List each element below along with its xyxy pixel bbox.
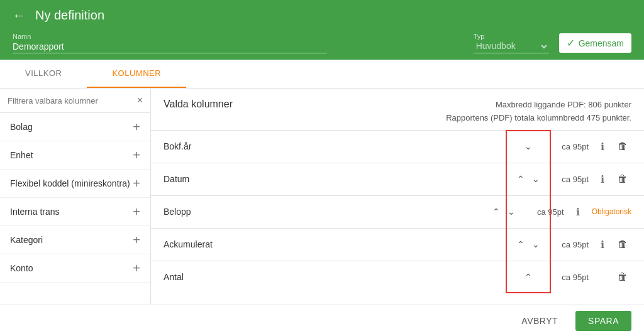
col-size-ackumulerat: ca 95pt <box>548 240 589 249</box>
sidebar-item-flexibel[interactable]: Flexibel koddel (minireskontra) + <box>0 170 150 198</box>
col-row-ackumulerat: Ackumulerat ⌃ ⌄ ca 95pt ℹ 🗑 <box>151 228 644 261</box>
sidebar-item-kategori[interactable]: Kategori + <box>0 226 150 254</box>
add-bolag-button[interactable]: + <box>133 121 140 133</box>
add-kategori-button[interactable]: + <box>133 234 140 246</box>
pdf-max-text: Maxbredd liggande PDF: 806 punkter <box>446 99 631 112</box>
sidebar-item-interna[interactable]: Interna trans + <box>0 198 150 226</box>
col-name-ackumulerat: Ackumulerat <box>164 239 508 249</box>
arrow-cell-datum: ⌃ ⌄ <box>508 173 548 185</box>
sidebar-item-enhet[interactable]: Enhet + <box>0 141 150 170</box>
arrow-cell-belopp: ⌃ ⌄ <box>484 206 524 217</box>
footer: AVBRYT SPARA <box>0 305 644 336</box>
down-arrow-bokfar[interactable]: ⌄ <box>522 141 535 152</box>
obligatorisk-label: Obligatorisk <box>592 207 631 216</box>
info-button-bokfar[interactable]: ℹ <box>594 141 611 153</box>
checkmark-icon: ✓ <box>567 37 575 49</box>
up-arrow-datum[interactable]: ⌃ <box>514 173 527 185</box>
col-row-bokfar: Bokf.år ⌄ ca 95pt ℹ 🗑 <box>151 130 644 163</box>
namn-label: Namn <box>13 33 327 40</box>
sidebar-item-bolag[interactable]: Bolag + <box>0 113 150 141</box>
content-area: × Bolag + Enhet + Flexibel koddel (minir… <box>0 89 644 304</box>
down-arrow-belopp[interactable]: ⌄ <box>505 206 518 217</box>
down-arrow-datum[interactable]: ⌄ <box>530 173 542 185</box>
info-button-datum[interactable]: ℹ <box>594 173 611 185</box>
tabs-bar: VILLKOR KOLUMNER <box>0 60 644 89</box>
page-title: Ny definition <box>35 8 104 23</box>
gemensam-button[interactable]: ✓ Gemensam <box>559 33 631 53</box>
namn-input[interactable] <box>13 41 327 53</box>
namn-field-group: Namn <box>13 33 327 53</box>
delete-button-datum[interactable]: 🗑 <box>614 173 631 185</box>
typ-label: Typ <box>474 33 549 40</box>
right-fields: Typ Huvudbok ✓ Gemensam <box>474 33 631 53</box>
valda-kolumner-title: Valda kolumner <box>164 99 233 110</box>
add-interna-button[interactable]: + <box>133 205 140 218</box>
main-header: Valda kolumner Maxbredd liggande PDF: 80… <box>151 89 644 130</box>
col-name-bokfar: Bokf.år <box>164 141 508 151</box>
typ-select[interactable]: Huvudbok <box>474 40 549 53</box>
add-enhet-button[interactable]: + <box>133 149 140 161</box>
tab-villkor[interactable]: VILLKOR <box>0 60 87 88</box>
sidebar-item-label: Konto <box>10 263 33 273</box>
pdf-info: Maxbredd liggande PDF: 806 punkter Rappo… <box>446 99 631 125</box>
up-arrow-belopp[interactable]: ⌃ <box>490 206 502 217</box>
delete-button-bokfar[interactable]: 🗑 <box>614 141 631 152</box>
sidebar: × Bolag + Enhet + Flexibel koddel (minir… <box>0 89 151 304</box>
filter-clear-button[interactable]: × <box>137 95 143 106</box>
gemensam-label: Gemensam <box>579 38 624 48</box>
back-button[interactable]: ← <box>13 8 25 23</box>
down-arrow-ackumulerat[interactable]: ⌄ <box>530 239 542 250</box>
col-name-datum: Datum <box>164 174 508 184</box>
filter-wrap: × <box>0 89 150 113</box>
up-arrow-antal[interactable]: ⌃ <box>522 271 535 283</box>
info-button-belopp[interactable]: ℹ <box>569 206 587 218</box>
col-size-belopp: ca 95pt <box>524 207 564 217</box>
app-header: ← Ny definition <box>0 0 644 30</box>
sidebar-item-label: Kategori <box>10 235 43 245</box>
delete-button-ackumulerat[interactable]: 🗑 <box>614 239 631 250</box>
col-size-antal: ca 95pt <box>548 273 589 282</box>
col-name-belopp: Belopp <box>164 207 484 217</box>
col-row-belopp: Belopp ⌃ ⌄ ca 95pt ℹ Obligatorisk <box>151 195 644 228</box>
arrow-cell-bokfar: ⌄ <box>508 141 548 152</box>
sidebar-item-label: Interna trans <box>10 207 60 217</box>
columns-container: Bokf.år ⌄ ca 95pt ℹ 🗑 Datum ⌃ ⌄ ca 95pt … <box>151 130 644 293</box>
arrow-cell-ackumulerat: ⌃ ⌄ <box>508 239 548 250</box>
col-row-datum: Datum ⌃ ⌄ ca 95pt ℹ 🗑 <box>151 163 644 195</box>
avbryt-button[interactable]: AVBRYT <box>511 311 568 331</box>
col-size-bokfar: ca 95pt <box>548 142 589 151</box>
arrow-cell-antal: ⌃ <box>508 271 548 283</box>
sidebar-item-konto[interactable]: Konto + <box>0 254 150 283</box>
tab-kolumner[interactable]: KOLUMNER <box>87 60 186 88</box>
add-konto-button[interactable]: + <box>133 262 140 274</box>
delete-button-antal[interactable]: 🗑 <box>614 271 631 283</box>
sidebar-item-label: Bolag <box>10 122 33 132</box>
pdf-total-text: Rapportens (PDF) totala kolumnbredd 475 … <box>446 112 631 125</box>
info-button-ackumulerat[interactable]: ℹ <box>594 239 611 251</box>
typ-group: Typ Huvudbok <box>474 33 549 53</box>
sub-header: Namn Typ Huvudbok ✓ Gemensam <box>0 30 644 60</box>
col-size-datum: ca 95pt <box>548 175 589 184</box>
main-area: Valda kolumner Maxbredd liggande PDF: 80… <box>151 89 644 304</box>
add-flexibel-button[interactable]: + <box>133 177 140 190</box>
filter-input[interactable] <box>8 96 133 106</box>
col-row-antal: Antal ⌃ ca 95pt ℹ 🗑 <box>151 261 644 293</box>
up-arrow-ackumulerat[interactable]: ⌃ <box>514 239 527 250</box>
col-name-antal: Antal <box>164 272 508 282</box>
spara-button[interactable]: SPARA <box>575 311 631 331</box>
sidebar-item-label: Flexibel koddel (minireskontra) <box>10 178 130 188</box>
sidebar-item-label: Enhet <box>10 150 33 160</box>
